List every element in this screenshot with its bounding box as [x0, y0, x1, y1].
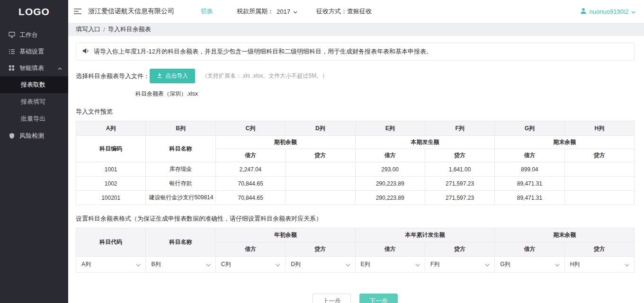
tax-period-value: 2017 [277, 8, 290, 15]
debit-header: 借方 [215, 149, 285, 162]
mapping-select-name[interactable]: B列 [146, 257, 215, 272]
sidebar-item-smart-form[interactable]: 智能填表 [0, 60, 68, 76]
tax-period-select[interactable]: 税款所属期： 2017 [237, 7, 297, 16]
username: nuonuo9190i2 [590, 8, 628, 15]
debit-header: 借方 [495, 149, 564, 162]
mapping-select-open-debit[interactable]: C列 [216, 257, 285, 272]
chevron-down-icon [136, 261, 141, 268]
mapping-select-period-credit[interactable]: F列 [425, 257, 494, 272]
notice-text: 请导入你上年度1月-12月的科目余额表，并且至少包含一级明细科目和二级明细科目，… [94, 47, 432, 56]
table-row: 1002 银行存款 70,844.65 290,223.89 271,597.2… [76, 177, 635, 191]
file-extension-hint: （支持扩展名：.xls .xlsx。文件大小不超过5M。） [202, 72, 328, 80]
sidebar-item-label: 基础设置 [19, 47, 44, 56]
sidebar-item-label: 报表取数 [21, 80, 45, 89]
mapping-table: 科目代码 科目名称 年初余额 本年累计发生额 期末余额 借方 贷方 借方 贷方 … [76, 228, 635, 273]
name-header: 科目名称 [146, 136, 215, 162]
cell-value: 89,471.31 [495, 191, 564, 205]
cell-value: 290,223.89 [355, 177, 425, 191]
mapping-title: 设置科目余额表格式（为保证生成申报表数据的准确性，请仔细设置科目余额表对应关系） [76, 214, 635, 223]
table-row: 100201 建设银行金沙支行509814 70,844.65 290,223.… [76, 191, 635, 205]
uploaded-filename: 科目余额表（深圳）.xlsx [135, 90, 635, 98]
column-header: C列 [215, 121, 285, 136]
upload-label: 选择科目余额表导入文件： [76, 72, 150, 80]
collection-method: 征收方式：查账征收 [316, 7, 372, 16]
sidebar-item-label: 报表填写 [21, 98, 45, 106]
select-value: F列 [430, 260, 439, 268]
breadcrumb-page: 导入科目余额表 [108, 25, 151, 34]
mapping-select-open-credit[interactable]: D列 [286, 257, 355, 272]
column-header: F列 [425, 121, 494, 136]
sidebar-item-risk-check[interactable]: 风险检测 [0, 127, 68, 144]
group-header: 本年累计发生额 [355, 228, 495, 242]
select-value: E列 [361, 260, 370, 268]
upload-row: 选择科目余额表导入文件： 点击导入 （支持扩展名：.xls .xlsx。文件大小… [76, 69, 635, 83]
group-header: 期末余额 [495, 136, 635, 149]
company-name: 浙江爱信诺航天信息有限公司 [88, 7, 174, 16]
cell-value: 1,641.00 [425, 162, 494, 177]
shield-icon [8, 133, 15, 139]
sidebar-item-workbench[interactable]: 工作台 [0, 27, 68, 43]
column-header: D列 [286, 121, 355, 136]
switch-company-link[interactable]: 切换 [201, 7, 213, 16]
column-header: H列 [564, 121, 634, 136]
cell-value [286, 162, 355, 177]
debit-header: 借方 [215, 242, 285, 257]
sidebar-item-batch-export[interactable]: 批量导出 [0, 110, 68, 127]
sidebar-item-report-fetch[interactable]: 报表取数 [0, 76, 68, 93]
column-header: G列 [495, 121, 564, 136]
sidebar-item-basic-settings[interactable]: 基础设置 [0, 43, 68, 60]
select-value: B列 [151, 260, 161, 268]
group-header: 本期发生额 [355, 136, 495, 149]
cell-value [286, 177, 355, 191]
select-value: D列 [291, 260, 301, 268]
upload-icon [157, 72, 162, 80]
cell-value [564, 162, 634, 177]
breadcrumb-section[interactable]: 填写入口 [76, 25, 100, 34]
cell-value: 899.04 [495, 162, 564, 177]
credit-header: 贷方 [425, 149, 494, 162]
code-header: 科目编码 [76, 136, 146, 162]
mapping-group-header-row: 科目代码 科目名称 年初余额 本年累计发生额 期末余额 [76, 228, 635, 242]
chevron-down-icon [555, 261, 560, 268]
cell-value [286, 191, 355, 205]
user-menu[interactable]: nuonuo9190i2 [580, 8, 635, 16]
sidebar-item-label: 工作台 [19, 31, 38, 39]
cell-code: 1001 [76, 162, 146, 177]
preview-table: A列 B列 C列 D列 E列 F列 G列 H列 科目编码 科目名称 期初余额 本… [76, 121, 635, 205]
main: 浙江爱信诺航天信息有限公司 切换 税款所属期： 2017 征收方式：查账征收 n… [68, 0, 644, 303]
notice-banner: 请导入你上年度1月-12月的科目余额表，并且至少包含一级明细科目和二级明细科目，… [76, 43, 635, 61]
chevron-down-icon [276, 261, 280, 268]
chevron-up-icon [58, 64, 62, 71]
cell-value: 290,223.89 [355, 191, 425, 205]
user-icon [580, 8, 587, 16]
cell-name: 库存现金 [146, 162, 215, 177]
cell-value: 293.00 [355, 162, 425, 177]
mapping-select-code[interactable]: A列 [76, 257, 145, 272]
sidebar-item-label: 风险检测 [19, 132, 44, 140]
debit-header: 借方 [355, 242, 425, 257]
mapping-select-end-debit[interactable]: G列 [495, 257, 564, 272]
cell-value: 2,247.04 [215, 162, 285, 177]
name-header: 科目名称 [146, 228, 215, 257]
preview-column-header-row: A列 B列 C列 D列 E列 F列 G列 H列 [76, 121, 635, 136]
credit-header: 贷方 [564, 242, 634, 257]
import-button[interactable]: 点击导入 [150, 69, 195, 83]
mapping-select-end-credit[interactable]: H列 [565, 257, 634, 272]
chevron-down-icon [206, 261, 211, 268]
cell-name: 建设银行金沙支行509814 [146, 191, 215, 205]
app: LOGO 工作台 基础设置 智能填表 [0, 0, 644, 303]
chevron-down-icon [346, 261, 350, 268]
next-button[interactable]: 下一步 [359, 294, 398, 303]
sidebar-item-report-fill[interactable]: 报表填写 [0, 93, 68, 110]
mapping-select-period-debit[interactable]: E列 [356, 257, 425, 272]
cell-value [564, 191, 634, 205]
column-header: A列 [76, 121, 146, 136]
credit-header: 贷方 [286, 242, 355, 257]
sidebar-item-label: 批量导出 [21, 115, 45, 123]
grid-icon [8, 65, 15, 71]
prev-button[interactable]: 上一步 [313, 294, 351, 303]
table-row: 1001 库存现金 2,247.04 293.00 1,641.00 899.0… [76, 162, 635, 177]
group-header: 期末余额 [495, 228, 635, 242]
menu-toggle-icon[interactable] [74, 9, 81, 14]
sidebar-item-label: 智能填表 [19, 64, 44, 72]
